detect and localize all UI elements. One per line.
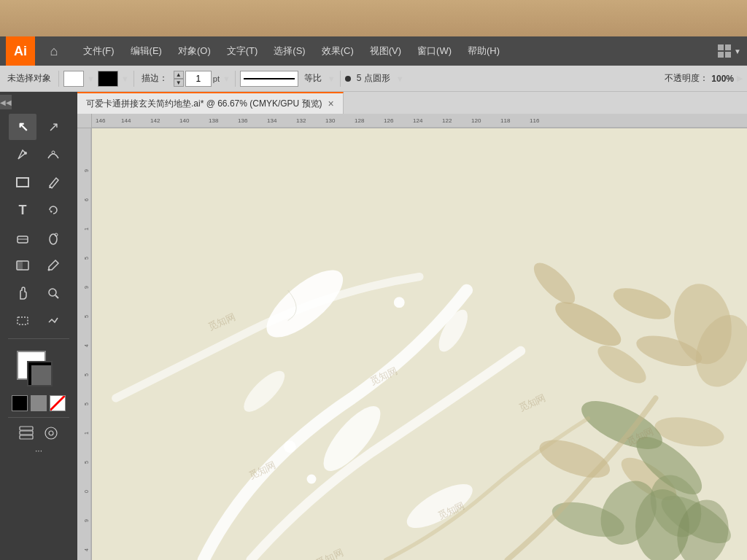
svg-text:134: 134 [267, 117, 277, 124]
bottom-icons [15, 424, 62, 443]
dot-label: 5 点圆形 [354, 72, 393, 85]
selection-tool[interactable]: ↖ [9, 114, 36, 140]
rotate-tool[interactable] [39, 197, 67, 223]
none-color-icon[interactable] [50, 395, 66, 411]
rectangle-icon [16, 177, 29, 187]
menu-object[interactable]: 对象(O) [171, 42, 218, 61]
rotate-icon [46, 203, 61, 217]
menu-view[interactable]: 视图(V) [363, 42, 409, 61]
pencil-tool[interactable] [39, 169, 67, 195]
svg-text:觅知网: 觅知网 [517, 392, 548, 413]
rulers-canvas-container: 146 144 142 140 138 136 134 132 130 128 … [77, 114, 747, 560]
opacity-arrow[interactable]: ▶ [737, 74, 743, 83]
zoom-tool[interactable] [39, 280, 67, 306]
menu-text[interactable]: 文字(T) [220, 42, 266, 61]
svg-text:0: 0 [84, 490, 89, 493]
ratio-dropdown-arrow[interactable]: ▼ [328, 74, 336, 83]
tab-close-button[interactable]: × [328, 98, 334, 109]
menu-edit[interactable]: 编辑(E) [123, 42, 169, 61]
selection-tool-icon: ↖ [18, 119, 28, 135]
svg-text:140: 140 [179, 117, 190, 124]
direct-selection-icon: ↗ [48, 119, 59, 135]
curvature-tool[interactable] [39, 141, 67, 168]
stroke-dropdown-arrow-2[interactable]: ▼ [222, 74, 231, 83]
workspace-grid-icon [718, 44, 731, 58]
artboard-icon [15, 314, 30, 328]
eyedropper-tool[interactable] [39, 252, 67, 279]
opacity-label: 不透明度： [665, 72, 708, 85]
gradient-tool[interactable] [9, 252, 36, 279]
menu-file[interactable]: 文件(F) [76, 42, 122, 61]
top-ruler-ticks: 146 144 142 140 138 136 134 132 130 128 … [92, 114, 747, 128]
svg-point-52 [307, 475, 317, 484]
left-ruler-ticks: 6 9 6 1 5 9 5 4 5 5 1 5 0 [77, 128, 92, 560]
workspace-dropdown-arrow: ▼ [734, 47, 741, 55]
gradient-icon [15, 258, 30, 273]
inner-stroke-preview [31, 365, 51, 385]
stroke-color-swatch[interactable] [98, 71, 118, 87]
gray-color-icon[interactable] [31, 395, 47, 411]
svg-text:138: 138 [209, 117, 219, 124]
svg-text:觅知网: 觅知网 [206, 311, 237, 332]
eraser-tool[interactable] [9, 225, 36, 251]
svg-point-0 [24, 152, 27, 155]
tab-title: 可爱卡通拼接玄关简约地垫.ai* @ 66.67% (CMYK/GPU 预览) [86, 98, 322, 110]
fill-dropdown-arrow[interactable]: ▼ [87, 74, 95, 83]
more-tools-button[interactable]: ··· [35, 446, 42, 456]
home-button[interactable]: ⌂ [41, 38, 67, 64]
stroke-line-preview[interactable] [240, 71, 298, 87]
tab-bar: 可爱卡通拼接玄关简约地垫.ai* @ 66.67% (CMYK/GPU 预览) … [77, 92, 747, 114]
svg-text:1: 1 [84, 432, 89, 435]
svg-text:116: 116 [530, 117, 540, 124]
stroke-dropdown-arrow[interactable]: ▼ [121, 74, 129, 83]
document-tab[interactable]: 可爱卡通拼接玄关简约地垫.ai* @ 66.67% (CMYK/GPU 预览) … [77, 92, 344, 114]
rectangle-tool[interactable] [9, 169, 36, 195]
svg-text:1: 1 [84, 228, 89, 230]
svg-point-4 [50, 234, 57, 244]
svg-text:144: 144 [121, 117, 131, 124]
stroke-increment-btn[interactable]: ▲ [174, 71, 184, 79]
svg-text:142: 142 [150, 117, 160, 124]
hand-tool[interactable] [9, 280, 36, 306]
assets-button[interactable] [40, 424, 62, 443]
assets-icon [43, 425, 59, 441]
color-squares [17, 351, 61, 391]
svg-line-10 [55, 295, 58, 298]
sidebar-divider-1 [8, 338, 70, 339]
svg-rect-11 [18, 317, 28, 324]
sidebar-collapse-btn[interactable]: ◀◀ [0, 95, 12, 109]
stroke-unit-label: pt [213, 74, 220, 83]
svg-text:5: 5 [84, 402, 89, 405]
workspace-selector[interactable]: ▼ [718, 44, 741, 58]
stroke-decrement-btn[interactable]: ▼ [174, 79, 184, 87]
hand-icon [15, 286, 30, 300]
blob-brush-tool[interactable] [39, 225, 67, 251]
ai-logo: Ai [6, 36, 35, 66]
canvas-main[interactable]: 觅知网 觅知网 觅知网 觅知网 觅知网 觅知网 觅知网 [92, 128, 747, 560]
stroke-width-input[interactable] [185, 71, 212, 87]
menu-window[interactable]: 窗口(W) [410, 42, 459, 61]
canvas-area: 可爱卡通拼接玄关简约地垫.ai* @ 66.67% (CMYK/GPU 预览) … [77, 92, 747, 560]
transform-icon [46, 314, 61, 328]
type-tool[interactable]: T [9, 197, 36, 223]
stroke-square[interactable] [27, 361, 53, 386]
svg-point-50 [394, 297, 405, 308]
stroke-spin-buttons[interactable]: ▲ ▼ [174, 71, 184, 87]
black-color-icon[interactable] [12, 395, 28, 411]
canvas-row: 6 9 6 1 5 9 5 4 5 5 1 5 0 [77, 128, 747, 560]
svg-text:126: 126 [384, 117, 394, 124]
pen-tool[interactable] [9, 141, 36, 168]
fill-color-swatch[interactable] [63, 71, 84, 87]
svg-point-60 [527, 257, 581, 310]
svg-text:5: 5 [84, 461, 89, 464]
menu-effect[interactable]: 效果(C) [314, 42, 361, 61]
menu-help[interactable]: 帮助(H) [460, 42, 507, 61]
transform-tool[interactable] [39, 308, 67, 334]
menu-select[interactable]: 选择(S) [266, 42, 312, 61]
artboard-tool[interactable] [9, 308, 36, 334]
direct-selection-tool[interactable]: ↗ [39, 114, 67, 140]
canvas-column: 146 144 142 140 138 136 134 132 130 128 … [77, 114, 747, 560]
stroke-line [244, 78, 295, 79]
dot-dropdown-arrow[interactable]: ▼ [396, 74, 404, 83]
layers-button[interactable] [15, 424, 37, 443]
